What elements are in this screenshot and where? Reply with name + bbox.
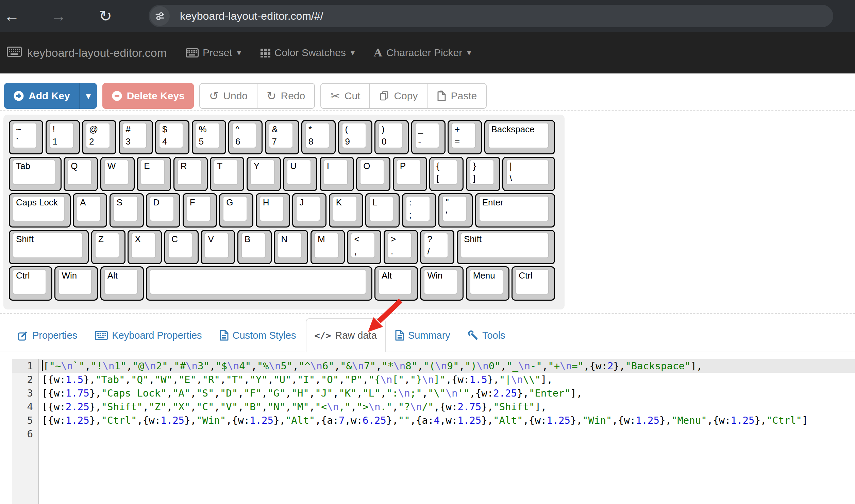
key-f[interactable]: F bbox=[183, 193, 217, 228]
key-a[interactable]: A bbox=[73, 193, 107, 228]
paste-button[interactable]: Paste bbox=[427, 83, 487, 109]
key-p[interactable]: P bbox=[393, 157, 427, 191]
key-legend-top: ! bbox=[53, 124, 55, 135]
line-number: 4 bbox=[12, 400, 39, 414]
key-win[interactable]: Win bbox=[420, 266, 464, 301]
key-legend-top: D bbox=[153, 197, 160, 208]
cut-button[interactable]: ✂Cut bbox=[320, 83, 370, 109]
key-h[interactable]: H bbox=[256, 193, 290, 228]
button-label: Delete Keys bbox=[127, 90, 185, 102]
key-sym-r3c8[interactable]: <, bbox=[347, 230, 381, 264]
keyboard-icon bbox=[186, 48, 199, 57]
key-sym-r0c9[interactable]: (9 bbox=[338, 120, 372, 154]
key-legend-top: M bbox=[318, 234, 325, 245]
key-q[interactable]: Q bbox=[64, 157, 98, 191]
key-alt[interactable]: Alt bbox=[100, 266, 144, 301]
key-v[interactable]: V bbox=[201, 230, 235, 264]
add-key-dropdown-button[interactable]: ▾ bbox=[79, 83, 97, 109]
key-ctrl[interactable]: Ctrl bbox=[512, 266, 555, 301]
copy-button[interactable]: Copy bbox=[369, 83, 428, 109]
undo-button[interactable]: ↺Undo bbox=[199, 83, 257, 109]
key-menu[interactable]: Menu bbox=[466, 266, 509, 301]
browser-back-button[interactable]: ← bbox=[0, 0, 24, 32]
key-e[interactable]: E bbox=[137, 157, 171, 191]
tab-custom-styles[interactable]: Custom Styles bbox=[212, 319, 304, 352]
key-sym-r1c12[interactable]: }] bbox=[466, 157, 500, 191]
tab-properties[interactable]: Properties bbox=[10, 319, 85, 352]
key-d[interactable]: D bbox=[146, 193, 180, 228]
key-shift[interactable]: Shift bbox=[9, 230, 89, 264]
key-l[interactable]: L bbox=[365, 193, 400, 228]
key-sym-r0c8[interactable]: *8 bbox=[301, 120, 336, 154]
tab-label: Custom Styles bbox=[233, 330, 296, 341]
redo-button[interactable]: ↻Redo bbox=[257, 83, 315, 109]
code-line: 4[{w:2.25},"Shift","Z","X","C","V","B","… bbox=[12, 400, 855, 414]
key-sym-r1c11[interactable]: {[ bbox=[429, 157, 464, 191]
address-bar[interactable]: keyboard-layout-editor.com/#/ bbox=[149, 5, 833, 27]
key-sym-r0c3[interactable]: #3 bbox=[119, 120, 153, 154]
site-brand[interactable]: keyboard-layout-editor.com bbox=[7, 46, 167, 60]
key-g[interactable]: G bbox=[219, 193, 253, 228]
tab-keyboard-properties[interactable]: Keyboard Properties bbox=[87, 319, 210, 352]
key-space[interactable] bbox=[146, 266, 372, 301]
key-sym-r2c10[interactable]: :; bbox=[402, 193, 436, 228]
key-m[interactable]: M bbox=[311, 230, 345, 264]
key-sym-r0c1[interactable]: !1 bbox=[46, 120, 80, 154]
key-sym-r0c11[interactable]: _- bbox=[411, 120, 446, 154]
key-sym-r0c7[interactable]: &7 bbox=[265, 120, 299, 154]
key-k[interactable]: K bbox=[329, 193, 363, 228]
delete-keys-button[interactable]: Delete Keys bbox=[102, 83, 194, 109]
tab-label: Summary bbox=[408, 330, 450, 341]
keycap-top: ^6 bbox=[232, 123, 256, 148]
key-z[interactable]: Z bbox=[91, 230, 125, 264]
add-key-button[interactable]: Add Key bbox=[4, 83, 79, 109]
key-sym-r3c9[interactable]: >. bbox=[384, 230, 418, 264]
key-sym-r0c6[interactable]: ^6 bbox=[228, 120, 263, 154]
key-u[interactable]: U bbox=[283, 157, 317, 191]
key-sym-r0c4[interactable]: $4 bbox=[155, 120, 189, 154]
key-ctrl[interactable]: Ctrl bbox=[9, 266, 52, 301]
key-backspace[interactable]: Backspace bbox=[484, 120, 555, 154]
key-sym-r1c13[interactable]: |\ bbox=[502, 157, 555, 191]
keycap-top: I bbox=[323, 159, 348, 185]
key-o[interactable]: O bbox=[356, 157, 390, 191]
key-legend-bottom: - bbox=[418, 136, 421, 147]
key-legend-top: + bbox=[455, 124, 460, 135]
key-y[interactable]: Y bbox=[247, 157, 281, 191]
key-t[interactable]: T bbox=[210, 157, 244, 191]
nav-item-character-picker[interactable]: ACharacter Picker▾ bbox=[374, 47, 471, 58]
key-b[interactable]: B bbox=[237, 230, 272, 264]
key-w[interactable]: W bbox=[100, 157, 135, 191]
key-sym-r3c10[interactable]: ?/ bbox=[420, 230, 454, 264]
key-x[interactable]: X bbox=[128, 230, 162, 264]
key-s[interactable]: S bbox=[110, 193, 144, 228]
key-legend-top: Ctrl bbox=[16, 270, 30, 281]
key-sym-r0c5[interactable]: %5 bbox=[192, 120, 226, 154]
site-settings-button[interactable] bbox=[150, 6, 170, 26]
key-n[interactable]: N bbox=[274, 230, 308, 264]
key-enter[interactable]: Enter bbox=[475, 193, 555, 228]
key-c[interactable]: C bbox=[164, 230, 199, 264]
key-win[interactable]: Win bbox=[54, 266, 98, 301]
key-tab[interactable]: Tab bbox=[9, 157, 62, 191]
browser-reload-button[interactable]: ↻ bbox=[94, 0, 117, 32]
key-i[interactable]: I bbox=[320, 157, 354, 191]
key-alt[interactable]: Alt bbox=[374, 266, 418, 301]
key-legend-top: G bbox=[226, 197, 233, 208]
raw-data-editor[interactable]: 1["~\n`","!\n1","@\n2","#\n3","$\n4","%\… bbox=[12, 359, 855, 504]
key-r[interactable]: R bbox=[173, 157, 208, 191]
browser-forward-button[interactable]: → bbox=[47, 0, 70, 32]
key-shift[interactable]: Shift bbox=[457, 230, 555, 264]
key-capslock[interactable]: Caps Lock bbox=[9, 193, 71, 228]
key-sym-r0c10[interactable]: )0 bbox=[374, 120, 409, 154]
key-sym-r0c12[interactable]: += bbox=[448, 120, 482, 154]
toolbar-group: Delete Keys bbox=[102, 83, 194, 109]
key-sym-r2c11[interactable]: "' bbox=[438, 193, 473, 228]
key-j[interactable]: J bbox=[292, 193, 326, 228]
tab-tools[interactable]: Tools bbox=[460, 319, 514, 352]
keycap-top: R bbox=[177, 159, 202, 185]
key-sym-r0c0[interactable]: ~` bbox=[9, 120, 43, 154]
nav-item-color-swatches[interactable]: Color Swatches▾ bbox=[260, 47, 355, 58]
key-sym-r0c2[interactable]: @2 bbox=[82, 120, 116, 154]
nav-item-preset[interactable]: Preset▾ bbox=[186, 47, 241, 58]
